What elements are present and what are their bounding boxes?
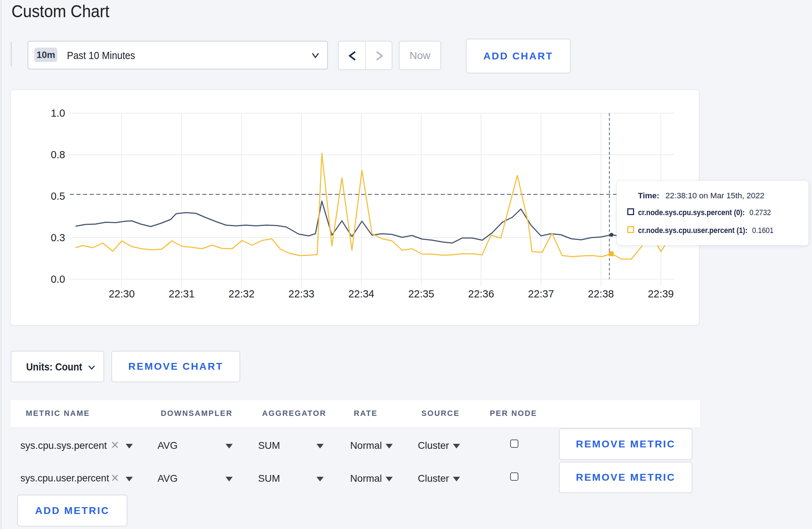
svg-text:22:31: 22:31 — [169, 288, 195, 300]
svg-text:22:30: 22:30 — [109, 288, 135, 300]
svg-text:22:33: 22:33 — [289, 288, 315, 300]
svg-text:22:37: 22:37 — [528, 288, 554, 300]
svg-text:0.3: 0.3 — [51, 232, 65, 243]
svg-text:22:35: 22:35 — [408, 288, 434, 300]
svg-text:22:38: 22:38 — [588, 288, 614, 300]
svg-text:0.8: 0.8 — [51, 149, 65, 160]
svg-text:1.0: 1.0 — [51, 107, 65, 119]
svg-text:22:39: 22:39 — [648, 288, 674, 300]
svg-text:0.0: 0.0 — [51, 273, 65, 285]
svg-text:22:34: 22:34 — [348, 288, 374, 300]
svg-text:22:32: 22:32 — [228, 288, 255, 300]
svg-text:0.5: 0.5 — [51, 190, 65, 202]
svg-text:22:36: 22:36 — [468, 288, 494, 300]
